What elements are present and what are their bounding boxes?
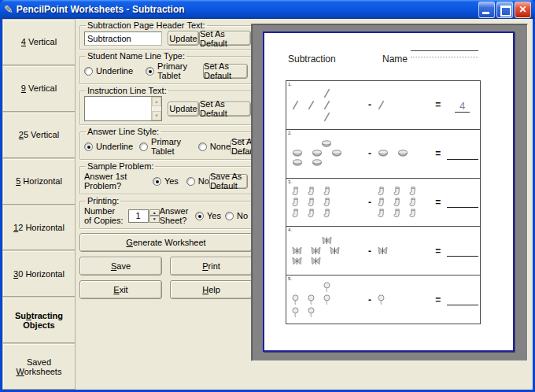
object-group: [376, 99, 431, 111]
sidebar-item-label: 4 Vertical: [21, 37, 57, 46]
sidebar-item-9-vertical[interactable]: 9 Vertical: [2, 65, 76, 112]
help-button[interactable]: Help: [170, 280, 253, 299]
scroll-up-icon[interactable]: ▲: [152, 97, 161, 106]
radio-dot: [153, 177, 161, 186]
sample-problem-group-title: Sample Problem:: [86, 161, 155, 171]
print-button[interactable]: Print: [170, 257, 253, 276]
sidebar-item-label: 5 Horizontal: [16, 176, 62, 186]
problem-number: 4.: [288, 227, 292, 232]
sample-yes-radio[interactable]: Yes: [153, 176, 179, 186]
instruction-set-default-button[interactable]: Set As Default: [199, 102, 251, 116]
app-window: ✎ PencilPoint Worksheets - Subtraction 4…: [0, 0, 535, 392]
hotdog-icon: [312, 159, 323, 167]
close-button[interactable]: [515, 2, 531, 18]
name-line-group: Student Name Line Type: Underline Primar…: [79, 51, 253, 84]
minus-sign: -: [363, 99, 377, 110]
sock-icon: [308, 198, 315, 207]
sidebar-item-4-vertical[interactable]: 4 Vertical: [2, 19, 76, 65]
sidebar-item-25-vertical[interactable]: 25 Vertical: [2, 112, 76, 158]
textarea-scrollbar[interactable]: ▲ ▼: [151, 97, 161, 120]
problem-row: 4.-=: [286, 227, 480, 276]
balloon-icon: [378, 294, 385, 305]
balloon-icon: [323, 282, 330, 293]
page-title: Subtraction: [288, 54, 336, 65]
sample-save-default-button[interactable]: Save As Default: [209, 174, 248, 189]
name-tablet-line: [411, 50, 478, 57]
spinner-up-icon[interactable]: ▲: [149, 209, 160, 216]
sample-answer: 4: [455, 100, 470, 113]
equals-sign: =: [432, 148, 445, 159]
sidebar-item-label: 25 Vertical: [19, 130, 59, 139]
hotdog-icon: [312, 150, 323, 157]
answer-primary-tablet-radio[interactable]: Primary Tablet: [139, 137, 192, 156]
header-text-input[interactable]: [84, 31, 162, 46]
generate-worksheet-button[interactable]: Generate Worksheet: [79, 233, 253, 252]
name-primary-tablet-radio[interactable]: Primary Tablet: [146, 61, 203, 80]
printing-group-title: Printing:: [86, 196, 120, 205]
answer-sheet-label: Answer Sheet?: [160, 206, 191, 225]
sock-icon: [393, 198, 400, 207]
hotdog-icon: [292, 159, 303, 167]
equals-sign: =: [432, 246, 445, 257]
problem-number: 3.: [288, 179, 292, 184]
exit-button[interactable]: Exit: [79, 280, 162, 299]
sidebar-item-12-horizontal[interactable]: 12 Horizontal: [2, 205, 76, 251]
problem-row: 5.-=: [286, 276, 480, 324]
answer-sheet-no-radio[interactable]: No: [225, 211, 248, 220]
radio-label: Yes: [164, 176, 179, 186]
sidebar-item-saved-worksheets[interactable]: Saved Worksheets: [2, 343, 76, 390]
maximize-button[interactable]: [496, 2, 513, 18]
object-group: [290, 139, 363, 168]
minus-sign: -: [363, 294, 377, 305]
radio-dot: [139, 142, 148, 151]
sock-icon: [323, 209, 330, 218]
radio-label: Primary Tablet: [157, 61, 203, 80]
balloon-icon: [308, 294, 315, 305]
answer-sheet-yes-radio[interactable]: Yes: [195, 211, 221, 220]
name-set-default-button[interactable]: Set As Default: [203, 64, 248, 79]
instruction-group-title: Instruction Line Text:: [86, 86, 168, 95]
name-label: Name: [382, 54, 408, 65]
answer-line: [447, 207, 478, 208]
radio-dot: [225, 212, 234, 220]
answer-area: 4: [445, 98, 480, 111]
sock-icon: [308, 187, 315, 196]
radio-label: No: [198, 176, 209, 186]
spinner-down-icon[interactable]: ▼: [149, 216, 160, 223]
answer-none-radio[interactable]: None: [198, 142, 231, 151]
equals-sign: =: [432, 99, 445, 110]
radio-label: Underline: [96, 142, 133, 151]
save-button[interactable]: Save: [79, 257, 162, 276]
sidebar-item-30-horizontal[interactable]: 30 Horizontal: [2, 250, 76, 297]
sidebar-item-label: 30 Horizontal: [13, 269, 65, 279]
minimize-button[interactable]: [478, 2, 495, 18]
sidebar-item-subtracting-objects[interactable]: Subtracting Objects: [2, 297, 76, 343]
radio-label: Yes: [207, 211, 221, 220]
problem-row: 2.-=: [286, 130, 480, 179]
hotdog-icon: [397, 150, 408, 157]
radio-label: Underline: [96, 66, 133, 76]
scroll-down-icon[interactable]: ▼: [152, 111, 161, 120]
sidebar-item-label: 12 Horizontal: [13, 223, 65, 232]
copies-spinner[interactable]: 1 ▲ ▼: [128, 209, 160, 223]
answer-underline-radio[interactable]: Underline: [84, 142, 133, 151]
hotdog-icon: [378, 150, 389, 157]
instruction-update-button[interactable]: Update: [168, 102, 199, 116]
answer-area: [445, 299, 480, 300]
object-group: [290, 186, 363, 219]
slash-icon: [292, 100, 299, 110]
answer-area: [445, 202, 480, 202]
header-update-button[interactable]: Update: [168, 31, 199, 46]
sidebar-item-5-horizontal[interactable]: 5 Horizontal: [2, 158, 76, 205]
sock-icon: [409, 198, 416, 207]
butterfly-icon: [330, 246, 340, 255]
radio-label: Primary Tablet: [151, 137, 192, 156]
sample-no-radio[interactable]: No: [186, 176, 209, 186]
minus-sign: -: [363, 148, 377, 159]
sidebar-item-label: Saved Worksheets: [5, 357, 73, 376]
header-set-default-button[interactable]: Set As Default: [199, 31, 251, 46]
instruction-textarea[interactable]: ▲ ▼: [84, 96, 162, 121]
problem-row: 1.-=4: [286, 81, 480, 130]
form-area: Subtraction Page Header Text: Update Set…: [79, 20, 253, 299]
name-underline-radio[interactable]: Underline: [84, 66, 133, 76]
